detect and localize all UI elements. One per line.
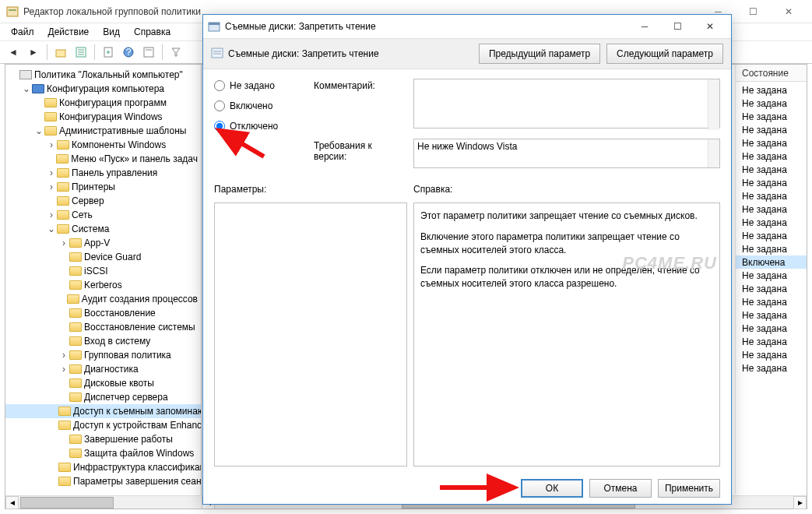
radio-not-configured[interactable]: Не задано (214, 80, 308, 91)
menu-action[interactable]: Действие (42, 25, 96, 39)
tree-hscroll[interactable]: ◂ ▸ (5, 495, 202, 509)
properties-button[interactable] (140, 44, 157, 61)
filter-button[interactable] (167, 44, 185, 61)
tree-item[interactable]: Восстановление (5, 306, 201, 320)
tree-item[interactable]: Меню «Пуск» и панель задач (5, 152, 201, 166)
tree-twisty-icon[interactable]: › (46, 209, 57, 220)
scroll-thumb[interactable] (20, 497, 114, 509)
tree-item[interactable]: ›Диагностика (5, 362, 201, 376)
cancel-button[interactable]: Отмена (589, 479, 652, 498)
radio-disabled[interactable]: Отключено (214, 121, 308, 132)
apply-button[interactable]: Применить (658, 479, 720, 498)
state-item[interactable]: Не задана (736, 163, 807, 176)
tree-twisty-icon[interactable]: ⌄ (33, 125, 44, 136)
state-item[interactable]: Не задана (736, 150, 807, 163)
tree-item[interactable]: ⌄Система (5, 222, 201, 236)
state-item[interactable]: Не задана (736, 335, 807, 348)
ok-button[interactable]: ОК (521, 479, 583, 498)
tree-item[interactable]: Вход в систему (5, 334, 201, 348)
radio-not-configured-input[interactable] (214, 80, 225, 91)
tree-item[interactable]: Политика "Локальный компьютер" (5, 68, 201, 82)
radio-disabled-input[interactable] (214, 121, 225, 132)
state-item[interactable]: Не задана (736, 110, 807, 123)
radio-enabled-input[interactable] (214, 100, 225, 111)
list-button[interactable] (72, 44, 90, 61)
tree-item[interactable]: ›Панель управления (5, 166, 201, 180)
comment-textarea[interactable] (413, 79, 720, 128)
state-item[interactable]: Не задана (736, 83, 807, 97)
state-item[interactable]: Не задана (736, 308, 807, 322)
tree-item[interactable]: Защита файлов Windows (5, 446, 201, 460)
state-item[interactable]: Не задана (736, 176, 807, 189)
state-item[interactable]: Не задана (736, 322, 807, 335)
back-button[interactable]: ◄ (5, 44, 22, 61)
scrollbar[interactable] (708, 139, 719, 167)
tree-item[interactable]: Доступ к съемным запоминающим устройства… (5, 404, 201, 418)
tree-item[interactable]: ›Групповая политика (5, 348, 201, 362)
tree-item[interactable]: ⌄Конфигурация компьютера (5, 82, 201, 96)
state-item[interactable]: Не задана (736, 229, 807, 242)
tree-item[interactable]: iSCSI (5, 264, 201, 278)
state-item[interactable]: Не задана (736, 242, 807, 255)
scrollbar[interactable] (708, 79, 719, 130)
next-setting-button[interactable]: Следующий параметр (606, 44, 723, 64)
tree-item[interactable]: ›App-V (5, 236, 201, 250)
menu-help[interactable]: Справка (128, 25, 177, 39)
tree-twisty-icon[interactable]: › (46, 167, 57, 178)
scroll-right-icon[interactable]: ▸ (793, 496, 807, 509)
tree-twisty-icon[interactable]: ⌄ (21, 83, 32, 94)
dialog-titlebar[interactable]: Съемные диски: Запретить чтение ─ ☐ ✕ (203, 15, 731, 38)
tree-item[interactable]: Инфраструктура классификации (5, 460, 201, 474)
state-item[interactable]: Не задана (736, 97, 807, 110)
tree-twisty-icon[interactable]: › (46, 181, 57, 192)
export-button[interactable] (100, 44, 117, 61)
state-item[interactable]: Не задана (736, 136, 807, 150)
tree-item[interactable]: ›Сеть (5, 208, 201, 222)
menu-file[interactable]: Файл (5, 25, 40, 39)
state-item[interactable]: Включена (736, 255, 807, 269)
tree-item[interactable]: Конфигурация Windows (5, 110, 201, 124)
dialog-minimize-button[interactable]: ─ (628, 16, 661, 37)
tree-item[interactable]: Сервер (5, 194, 201, 208)
tree-item[interactable]: Диспетчер сервера (5, 390, 201, 404)
policy-tree[interactable]: Политика "Локальный компьютер"⌄Конфигура… (5, 68, 201, 488)
tree-item[interactable]: Параметры завершения сеанса (5, 474, 201, 488)
dialog-maximize-button[interactable]: ☐ (661, 16, 694, 37)
tree-twisty-icon[interactable]: › (46, 139, 57, 150)
scroll-left-icon[interactable]: ◂ (5, 496, 19, 509)
previous-setting-button[interactable]: Предыдущий параметр (479, 44, 600, 64)
radio-enabled[interactable]: Включено (214, 100, 308, 111)
help-button[interactable]: ? (120, 44, 137, 61)
tree-item[interactable]: Device Guard (5, 250, 201, 264)
tree-item[interactable]: Дисковые квоты (5, 376, 201, 390)
tree-item[interactable]: ›Компоненты Windows (5, 138, 201, 152)
forward-button[interactable]: ► (25, 44, 42, 61)
state-item[interactable]: Не задана (736, 269, 807, 282)
state-item[interactable]: Не задана (736, 282, 807, 295)
state-column-header[interactable]: Состояние (736, 65, 807, 82)
tree-twisty-icon[interactable]: ⌄ (46, 224, 57, 234)
tree-item[interactable]: ›Принтеры (5, 180, 201, 194)
tree-twisty-icon[interactable]: › (58, 364, 69, 375)
tree-pane[interactable]: Политика "Локальный компьютер"⌄Конфигура… (5, 65, 202, 509)
state-item[interactable]: Не задана (736, 123, 807, 136)
tree-item[interactable]: Доступ к устройствам Enhanced Storage (5, 418, 201, 432)
menu-view[interactable]: Вид (97, 25, 126, 39)
state-item[interactable]: Не задана (736, 216, 807, 229)
state-item[interactable]: Не задана (736, 189, 807, 202)
tree-twisty-icon[interactable]: › (58, 350, 69, 361)
dialog-close-button[interactable]: ✕ (694, 16, 726, 37)
tree-item[interactable]: Kerberos (5, 278, 201, 292)
tree-item[interactable]: Аудит создания процессов (5, 292, 201, 306)
main-maximize-button[interactable]: ☐ (736, 0, 771, 23)
tree-twisty-icon[interactable]: › (58, 238, 69, 248)
tree-item[interactable]: Конфигурация программ (5, 96, 201, 110)
state-item[interactable]: Не задана (736, 348, 807, 361)
state-item[interactable]: Не задана (736, 295, 807, 308)
tree-item[interactable]: Восстановление системы (5, 320, 201, 334)
up-button[interactable] (52, 44, 69, 61)
tree-item[interactable]: ⌄Административные шаблоны (5, 124, 201, 138)
tree-item[interactable]: Завершение работы (5, 432, 201, 446)
main-close-button[interactable]: ✕ (771, 0, 806, 23)
state-item[interactable]: Не задана (736, 361, 807, 375)
